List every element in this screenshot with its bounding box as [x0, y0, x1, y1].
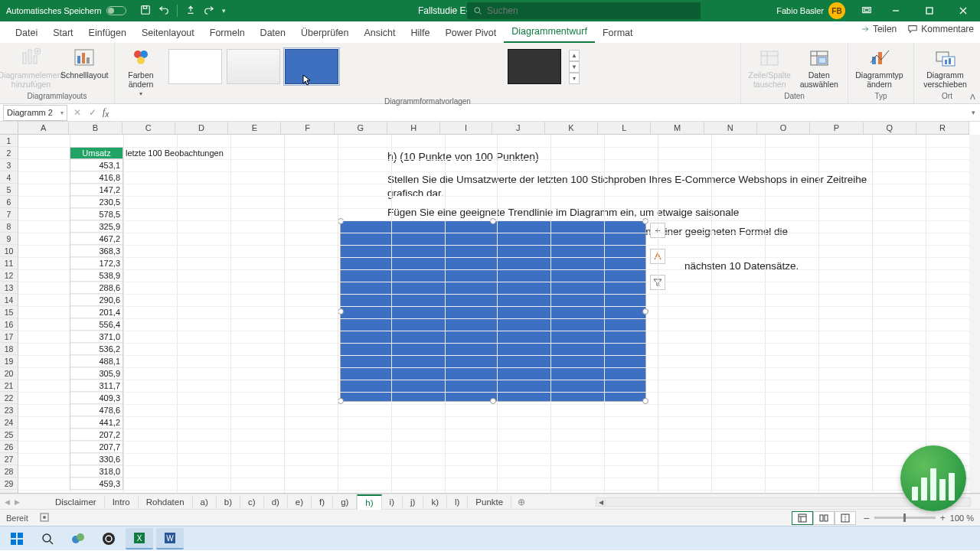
sheet-tab-j[interactable]: j) [403, 495, 423, 509]
tab-start[interactable]: Start [45, 23, 80, 43]
sheet-nav-arrows[interactable]: ◀▶ [5, 498, 20, 506]
tab-formeln[interactable]: Formeln [202, 23, 253, 43]
cell-b11[interactable]: 172,3 [70, 257, 123, 269]
cell-b12[interactable]: 538,9 [70, 269, 123, 282]
search-input[interactable] [487, 5, 694, 16]
zoom-out-icon[interactable]: − [864, 512, 870, 524]
row-header-20[interactable]: 20 [0, 367, 18, 380]
cell-b4[interactable]: 416,8 [70, 171, 123, 184]
col-header-Q[interactable]: Q [864, 122, 916, 134]
change-colors-button[interactable]: Farben ändern▾ [121, 46, 161, 97]
zoom-value[interactable]: 100 % [950, 514, 974, 523]
col-header-L[interactable]: L [598, 122, 651, 134]
cell-b8[interactable]: 325,9 [70, 220, 123, 233]
cell-b14[interactable]: 290,6 [70, 294, 123, 306]
cell-b3[interactable]: 453,1 [70, 159, 123, 171]
close-button[interactable] [946, 0, 980, 21]
undo-icon[interactable] [158, 5, 169, 17]
col-header-H[interactable]: H [387, 122, 440, 134]
sheet-tab-i[interactable]: i) [382, 495, 403, 509]
ribbon-display-icon[interactable] [854, 0, 879, 21]
cell-b24[interactable]: 441,2 [70, 416, 123, 429]
col-header-J[interactable]: J [492, 122, 545, 134]
tab-hilfe[interactable]: Hilfe [403, 23, 438, 43]
row-header-2[interactable]: 2 [0, 147, 18, 159]
taskbar-app-1[interactable] [64, 528, 92, 549]
resize-handle[interactable] [642, 218, 648, 224]
chart-style-n[interactable] [508, 49, 561, 84]
start-button[interactable] [3, 528, 31, 549]
tab-diagrammentwurf[interactable]: Diagrammentwurf [504, 21, 595, 43]
move-chart-button[interactable]: Diagramm verschieben [920, 46, 970, 89]
sheet-tab-l[interactable]: l) [447, 495, 468, 509]
minimize-button[interactable] [879, 0, 913, 21]
toggle-switch-icon[interactable] [106, 6, 126, 15]
row-header-11[interactable]: 11 [0, 257, 18, 269]
sheet-tab-k[interactable]: k) [423, 495, 447, 509]
cell-b29[interactable]: 459,3 [70, 478, 123, 490]
col-header-N[interactable]: N [704, 122, 757, 134]
change-chart-type-button[interactable]: Diagrammtyp ändern [854, 46, 904, 89]
row-header-19[interactable]: 19 [0, 355, 18, 367]
autosave-toggle[interactable]: Automatisches Speichern [0, 6, 132, 15]
cell-b19[interactable]: 488,1 [70, 355, 123, 367]
cell-b17[interactable]: 371,0 [70, 331, 123, 343]
col-header-R[interactable]: R [916, 122, 969, 134]
row-header-24[interactable]: 24 [0, 416, 18, 429]
row-header-18[interactable]: 18 [0, 343, 18, 355]
comments-button[interactable]: Kommentare [907, 24, 974, 34]
row-header-25[interactable]: 25 [0, 429, 18, 441]
worksheet-grid[interactable]: ABCDEFGHIJKLMNOPQR 123456789101112131415… [0, 122, 980, 494]
chart-style-2[interactable] [227, 49, 280, 84]
sheet-tab-h[interactable]: h) [357, 494, 381, 510]
cell-b13[interactable]: 288,6 [70, 282, 123, 294]
select-all-corner[interactable] [0, 122, 18, 135]
cell-b18[interactable]: 536,2 [70, 343, 123, 355]
tab-einfügen[interactable]: Einfügen [81, 23, 134, 43]
sheet-tab-intro[interactable]: Intro [105, 495, 139, 509]
row-header-23[interactable]: 23 [0, 404, 18, 416]
tab-ansicht[interactable]: Ansicht [357, 23, 403, 43]
zoom-in-icon[interactable]: + [940, 513, 946, 523]
taskbar-search-icon[interactable] [34, 528, 61, 549]
tab-format[interactable]: Format [595, 23, 641, 43]
row-header-14[interactable]: 14 [0, 294, 18, 306]
row-header-17[interactable]: 17 [0, 331, 18, 343]
quick-layout-button[interactable]: Schnelllayout [60, 46, 108, 80]
row-header-29[interactable]: 29 [0, 478, 18, 490]
fx-icon[interactable]: fx [103, 106, 112, 119]
cell-b21[interactable]: 311,7 [70, 380, 123, 392]
taskbar-word[interactable]: W [156, 528, 184, 549]
col-header-F[interactable]: F [281, 122, 334, 134]
sheet-tab-c[interactable]: c) [240, 495, 264, 509]
tab-power pivot[interactable]: Power Pivot [438, 23, 505, 43]
resize-handle[interactable] [338, 218, 344, 224]
row-header-13[interactable]: 13 [0, 282, 18, 294]
row-header-5[interactable]: 5 [0, 184, 18, 196]
name-box[interactable]: Diagramm 2▾ [3, 105, 67, 121]
cell-b22[interactable]: 409,3 [70, 392, 123, 404]
row-header-28[interactable]: 28 [0, 465, 18, 478]
enter-icon[interactable]: ✓ [87, 107, 98, 118]
select-data-button[interactable]: Daten auswählen [797, 46, 842, 89]
avatar[interactable]: FB [828, 2, 845, 19]
row-header-21[interactable]: 21 [0, 380, 18, 392]
cell-b20[interactable]: 305,9 [70, 367, 123, 380]
resize-handle[interactable] [490, 398, 496, 404]
taskbar-excel[interactable]: X [126, 528, 153, 549]
sheet-tab-a[interactable]: a) [193, 495, 217, 509]
row-header-26[interactable]: 26 [0, 441, 18, 453]
col-header-A[interactable]: A [18, 122, 69, 134]
cell-b28[interactable]: 318,0 [70, 465, 123, 478]
chart-object[interactable]: ＋ [340, 220, 646, 402]
row-header-4[interactable]: 4 [0, 171, 18, 184]
col-header-E[interactable]: E [228, 122, 281, 134]
col-header-O[interactable]: O [757, 122, 810, 134]
cell-b2[interactable]: Umsatz [70, 147, 123, 159]
touch-mode-icon[interactable] [185, 5, 196, 17]
cell-b6[interactable]: 230,5 [70, 196, 123, 208]
cell-b5[interactable]: 147,2 [70, 184, 123, 196]
gallery-more-icon[interactable]: ▾ [569, 73, 580, 84]
row-header-27[interactable]: 27 [0, 453, 18, 465]
row-header-10[interactable]: 10 [0, 245, 18, 257]
